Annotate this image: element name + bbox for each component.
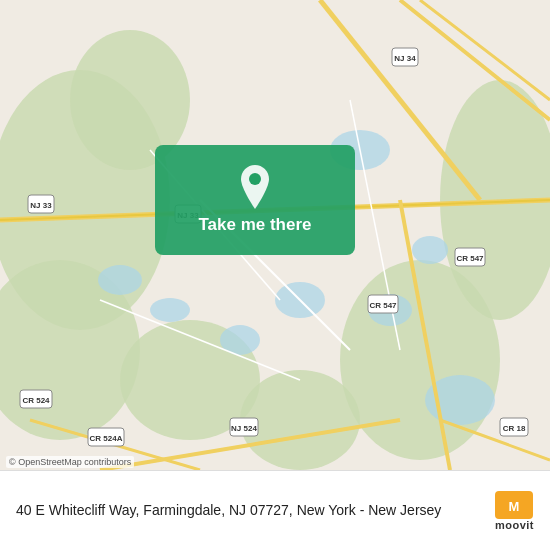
svg-point-47 [249, 173, 261, 185]
svg-text:CR 524: CR 524 [22, 396, 50, 405]
svg-text:CR 547: CR 547 [369, 301, 397, 310]
info-bar: 40 E Whitecliff Way, Farmingdale, NJ 077… [0, 470, 550, 550]
take-me-there-button[interactable]: Take me there [155, 145, 355, 255]
osm-attribution: © OpenStreetMap contributors [6, 456, 134, 468]
app-container: NJ 33 NJ 34 NJ 33 CR 547 CR 547 NJ 524 C… [0, 0, 550, 550]
take-me-there-label: Take me there [198, 215, 311, 235]
moovit-brand-text: moovit [495, 519, 534, 531]
moovit-logo-icon: M [495, 491, 533, 519]
svg-text:NJ 34: NJ 34 [394, 54, 416, 63]
svg-text:NJ 524: NJ 524 [231, 424, 257, 433]
svg-point-12 [412, 236, 448, 264]
svg-point-15 [150, 298, 190, 322]
svg-text:M: M [509, 499, 520, 514]
location-pin-icon [237, 165, 273, 209]
address-text: 40 E Whitecliff Way, Farmingdale, NJ 077… [16, 501, 483, 521]
svg-text:NJ 33: NJ 33 [30, 201, 52, 210]
svg-text:CR 547: CR 547 [456, 254, 484, 263]
svg-text:CR 524A: CR 524A [90, 434, 123, 443]
moovit-logo: M moovit [495, 491, 534, 531]
svg-point-14 [98, 265, 142, 295]
svg-text:CR 18: CR 18 [503, 424, 526, 433]
